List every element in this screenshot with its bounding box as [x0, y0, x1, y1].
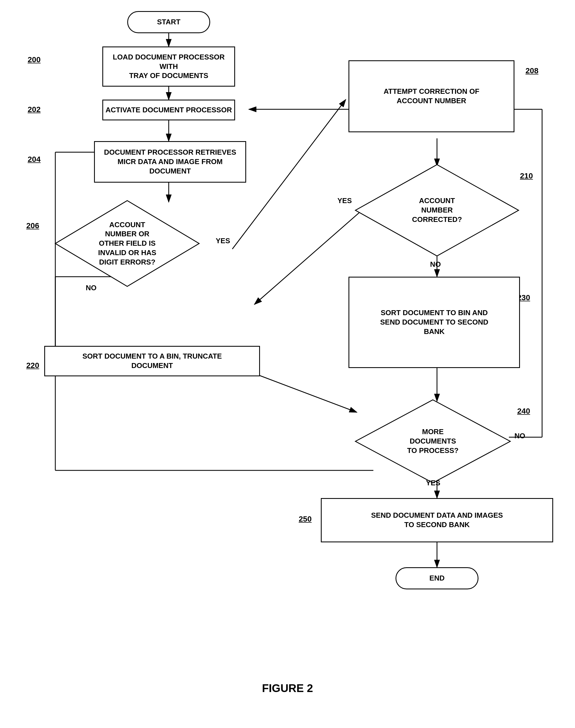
- ref-210: 210: [520, 171, 533, 180]
- no-label-240: NO: [514, 432, 525, 440]
- ref-202: 202: [28, 105, 41, 114]
- node-220: SORT DOCUMENT TO A BIN, TRUNCATE DOCUMEN…: [44, 346, 260, 376]
- node-210: ACCOUNT NUMBER CORRECTED?: [354, 163, 520, 257]
- node-240-text: MORE DOCUMENTS TO PROCESS?: [404, 425, 461, 458]
- node-206-text: ACCOUNT NUMBER OR OTHER FIELD IS INVALID…: [95, 218, 159, 270]
- flowchart-diagram: START 200 LOAD DOCUMENT PROCESSOR WITH T…: [0, 0, 575, 705]
- node-206: ACCOUNT NUMBER OR OTHER FIELD IS INVALID…: [54, 199, 201, 288]
- ref-200: 200: [28, 55, 41, 64]
- figure-caption: FIGURE 2: [0, 682, 575, 695]
- svg-line-11: [255, 373, 357, 412]
- ref-240: 240: [517, 407, 530, 416]
- no-label-210: NO: [430, 260, 441, 269]
- node-210-text: ACCOUNT NUMBER CORRECTED?: [409, 193, 465, 227]
- no-label-206: NO: [86, 284, 97, 292]
- node-240: MORE DOCUMENTS TO PROCESS?: [354, 398, 512, 484]
- ref-208: 208: [526, 66, 539, 75]
- svg-line-5: [232, 100, 346, 249]
- node-204: DOCUMENT PROCESSOR RETRIEVES MICR DATA A…: [94, 141, 246, 183]
- node-202: ACTIVATE DOCUMENT PROCESSOR: [102, 100, 235, 120]
- ref-220: 220: [26, 361, 39, 370]
- yes-label-210: YES: [337, 196, 352, 205]
- node-230: SORT DOCUMENT TO BIN AND SEND DOCUMENT T…: [348, 277, 520, 368]
- yes-label-240: YES: [426, 479, 440, 487]
- ref-204: 204: [28, 155, 41, 164]
- ref-250: 250: [299, 515, 312, 524]
- ref-206: 206: [26, 221, 39, 230]
- node-200: LOAD DOCUMENT PROCESSOR WITH TRAY OF DOC…: [102, 46, 235, 87]
- node-250: SEND DOCUMENT DATA AND IMAGES TO SECOND …: [321, 498, 553, 542]
- node-208: ATTEMPT CORRECTION OF ACCOUNT NUMBER: [348, 60, 514, 132]
- start-node: START: [127, 11, 210, 33]
- yes-label-206: YES: [216, 237, 230, 245]
- end-node: END: [396, 567, 478, 589]
